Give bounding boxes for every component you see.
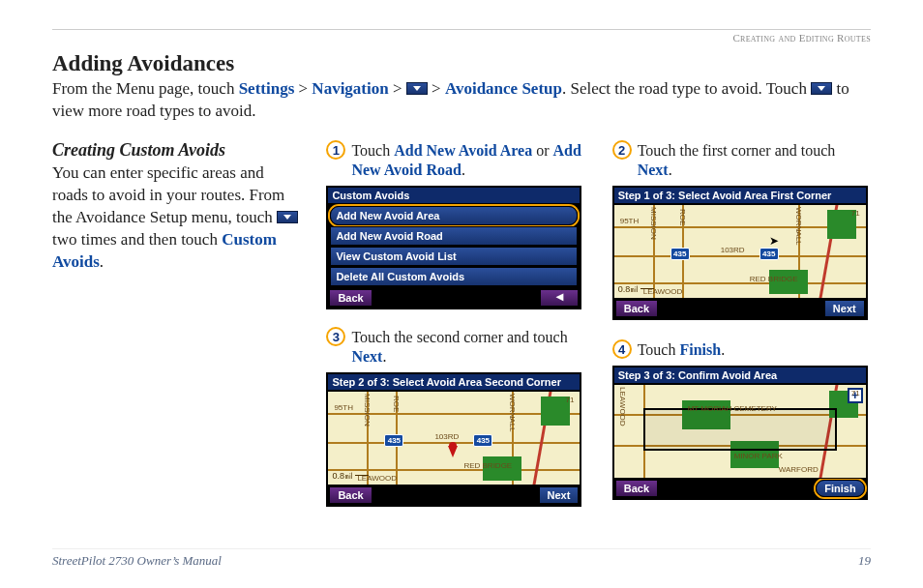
step-4: 4 Touch Finish. xyxy=(612,339,871,360)
footer-manual-title: StreetPilot 2730 Owner’s Manual xyxy=(52,553,222,569)
map-pin-icon xyxy=(448,446,458,457)
screenshot-title: Step 2 of 3: Select Avoid Area Second Co… xyxy=(328,374,580,391)
map-label: WARFORD xyxy=(779,465,819,474)
screenshot-custom-avoids-menu: Custom Avoids Add New Avoid Area Add New… xyxy=(326,186,581,309)
map-label: ROE xyxy=(678,209,687,225)
back-button[interactable]: Back xyxy=(615,480,658,497)
screenshot-step-3: Step 3 of 3: Confirm Avoid Area + LEAWOO… xyxy=(612,366,868,500)
back-button[interactable]: Back xyxy=(615,300,658,317)
map-label: 95TH xyxy=(334,403,353,412)
menu-item-add-avoid-road[interactable]: Add New Avoid Road xyxy=(330,226,578,246)
screenshot-title: Custom Avoids xyxy=(328,188,580,204)
map-label: LEAWOOD xyxy=(618,387,627,426)
step-number-icon: 2 xyxy=(612,140,632,160)
page-title: Adding Avoidances xyxy=(52,51,871,76)
menu-item-view-list[interactable]: View Custom Avoid List xyxy=(330,247,578,266)
map-label: 71 xyxy=(851,389,860,397)
map-label: MINOR PARK xyxy=(734,452,783,460)
map-scale: 0.8㏕ xyxy=(332,470,369,483)
link-settings: Settings xyxy=(239,79,295,98)
link-avoidance-setup: Avoidance Setup xyxy=(445,79,562,98)
screenshot-step-1: Step 1 of 3: Select Avoid Area First Cor… xyxy=(612,186,868,320)
map-scale: 0.8㏕ xyxy=(618,283,655,296)
map-label: RED BRIDGE xyxy=(463,461,512,470)
down-arrow-icon xyxy=(811,82,832,95)
hwy-shield-icon: 435 xyxy=(473,434,492,447)
menu-item-delete-all[interactable]: Delete All Custom Avoids xyxy=(330,267,578,286)
link-navigation: Navigation xyxy=(312,79,388,98)
intro-paragraph: From the Menu page, touch Settings > Nav… xyxy=(52,78,871,123)
map-label: 103RD xyxy=(434,432,459,441)
down-arrow-icon xyxy=(406,82,428,95)
step-number-icon: 4 xyxy=(612,339,632,359)
step-3: 3 Touch the second corner and touch Next… xyxy=(326,327,584,367)
map-label: 95TH xyxy=(620,217,640,225)
cursor-icon: ➤ xyxy=(769,234,779,248)
step-1: 1 Touch Add New Avoid Area or Add New Av… xyxy=(326,140,584,180)
screenshot-step-2: Step 2 of 3: Select Avoid Area Second Co… xyxy=(326,372,581,507)
map-view[interactable]: 435 435 95TH 103RD RED BRIDGE LEAWOOD MI… xyxy=(614,204,866,299)
screenshot-title: Step 1 of 3: Select Avoid Area First Cor… xyxy=(614,188,866,204)
map-label: ROE xyxy=(392,396,401,412)
map-label: 103RD xyxy=(721,246,745,254)
map-label: 71 xyxy=(851,209,860,218)
map-label: WORNALL xyxy=(794,207,803,246)
map-label: MISSION xyxy=(649,207,658,240)
map-view[interactable]: + LEAWOOD MT MORIAH CEMETERY MINOR PARK … xyxy=(614,384,866,479)
page-number: 19 xyxy=(858,553,871,569)
screenshot-title: Step 3 of 3: Confirm Avoid Area xyxy=(614,368,866,384)
menu-item-add-avoid-area[interactable]: Add New Avoid Area xyxy=(330,206,578,225)
map-label: 71 xyxy=(566,396,575,404)
hwy-shield-icon: 435 xyxy=(759,248,779,260)
avoid-area-selection xyxy=(643,408,837,451)
section-header: Creating and Editing Routes xyxy=(52,32,871,44)
subheading-custom-avoids: Creating Custom Avoids xyxy=(52,140,299,161)
custom-avoids-paragraph: You can enter specific areas and roads t… xyxy=(52,162,299,274)
map-label: MT MORIAH CEMETERY xyxy=(688,404,777,413)
map-label: MISSION xyxy=(363,394,372,426)
hwy-shield-icon: 435 xyxy=(384,434,403,447)
step-2: 2 Touch the first corner and touch Next. xyxy=(612,140,871,180)
prev-arrow-button[interactable]: ◄ xyxy=(540,289,579,307)
back-button[interactable]: Back xyxy=(329,486,372,504)
map-label: WORNALL xyxy=(508,394,517,432)
map-view[interactable]: 435 435 95TH 103RD RED BRIDGE LEAWOOD MI… xyxy=(328,391,580,485)
step-number-icon: 1 xyxy=(326,140,345,160)
hwy-shield-icon: 435 xyxy=(670,248,690,260)
down-arrow-icon xyxy=(277,211,298,223)
map-label: RED BRIDGE xyxy=(750,275,798,283)
back-button[interactable]: Back xyxy=(329,289,372,307)
finish-button[interactable]: Finish xyxy=(816,480,864,497)
next-button[interactable]: Next xyxy=(824,300,865,317)
next-button[interactable]: Next xyxy=(539,486,580,504)
step-number-icon: 3 xyxy=(326,327,345,346)
